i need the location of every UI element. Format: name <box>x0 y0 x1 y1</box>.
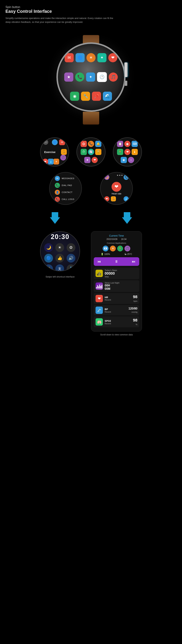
app-icon: 🏃 <box>117 149 123 155</box>
hr-surround-icon: 💧 <box>124 196 129 202</box>
sleep-bar <box>98 286 99 288</box>
media-prev-btn[interactable]: ⏮ <box>97 260 101 264</box>
app-icon: 🎵 <box>109 72 118 82</box>
media-next-btn[interactable]: ⏭ <box>132 260 136 264</box>
page-title: Easy Control Interface <box>5 9 177 14</box>
shortcut-grid: 🌙 ☀ ⚙ 🔵 👍 🔊 ⚡ 支 💧 <box>44 243 76 271</box>
status-row: 🔋 100% 🌤 25°C <box>94 253 139 256</box>
bp-sublabel: Recent <box>105 311 127 313</box>
spo2-row: 🫁 SPO2 Recent 98 % <box>94 316 139 328</box>
exercise-watch-container: Exercise ✉ 🌀 ••• 🎵 ☀ 💧 ❤ 🏃 <box>40 137 69 166</box>
watch-crown <box>124 62 128 77</box>
hr-value-container: 98 bpm <box>133 294 137 302</box>
shortcut-watch: — ▮▮▮▮▮ 100% 20:30 🌙 ☀ ⚙ 🔵 👍 🔊 ⚡ 支 💧 <box>40 231 80 271</box>
app-icon: 📞 <box>88 141 94 147</box>
common-apps-row: 📧 ☀ 🏃 🎵 <box>94 246 139 252</box>
small-watches-row: Exercise ✉ 🌀 ••• 🎵 ☀ 💧 ❤ 🏃 ⏻ 📞 🔔 ⏱ 🔄 � <box>0 134 182 168</box>
app-icon: ◉ <box>70 92 79 101</box>
header-section: Spin button Easy Control Interface Simpl… <box>0 0 182 28</box>
battery-percentage: 100% <box>54 231 60 232</box>
bp-data: BP Recent <box>105 308 127 313</box>
shortcut-night-btn[interactable]: 🌙 <box>44 243 53 252</box>
spo2-sublabel: Recent <box>105 322 131 325</box>
heartrate-watch-container: ❤ Heart rate 🌙 📞 ❤ 🏃 💧 <box>100 172 133 205</box>
media-playpause-btn[interactable]: ⏸ <box>115 260 118 264</box>
function-watches-row: ✉ MESSAGES 📞 DIAL PAD 👤 CONTACT 📞 CALL L… <box>0 168 182 207</box>
contact-item: 👤 CONTACT <box>55 190 80 195</box>
bp-icon: 💉 <box>95 306 103 314</box>
spo2-data: SPO2 Recent <box>105 319 131 325</box>
app-icon: ❤ <box>91 157 98 163</box>
media-player: ⏮ ⏸ ⏭ <box>94 257 139 266</box>
ct-app-fitness[interactable]: 🏃 <box>117 246 123 252</box>
svg-rect-0 <box>97 274 98 276</box>
common-apps-label: Common Applications <box>94 242 139 244</box>
sleep-bar <box>96 287 97 288</box>
steps-value: 00000 <box>105 271 137 276</box>
shortcut-brightness-btn[interactable]: ☀ <box>55 243 64 252</box>
battery-minus-icon: — <box>44 231 46 232</box>
svg-rect-1 <box>98 272 99 276</box>
sleep-row: Sleep Last Night 00H 00M <box>94 280 139 292</box>
app-icon: 📌 <box>92 92 101 101</box>
shortcut-like-btn[interactable]: 👍 <box>55 254 64 262</box>
dialpad-item: 📞 DIAL PAD <box>55 183 80 188</box>
steps-title: Today's Steps <box>105 269 137 271</box>
app-icon: ❤ <box>42 159 48 164</box>
arrow-right <box>122 212 132 224</box>
shortcut-bluetooth-btn[interactable]: 🔵 <box>44 254 53 262</box>
app-icon: 📞 <box>75 72 84 82</box>
shortcut-volume-btn[interactable]: 🔊 <box>67 254 75 262</box>
current-time-container: Current Time 2022/10/28 16:34 Common App… <box>91 231 142 336</box>
shortcut-power-btn[interactable]: ⚡ <box>44 264 53 271</box>
battery-value: 100% <box>104 253 110 256</box>
ct-app-weather[interactable]: ☀ <box>110 246 116 252</box>
shortcut-pay-btn[interactable]: 支 <box>55 264 64 271</box>
exercise-label: Exercise <box>44 150 56 154</box>
bp-label: BP <box>105 308 108 310</box>
calllogs-icon: 📞 <box>55 197 60 202</box>
app-icon: ✉ <box>65 53 74 62</box>
spo2-label: SPO2 <box>105 320 111 322</box>
ct-app-email[interactable]: 📧 <box>103 246 108 252</box>
hr-icon: ❤ <box>95 295 103 302</box>
hr-surround-icon: ❤ <box>104 196 109 202</box>
shortcut-container: — ▮▮▮▮▮ 100% 20:30 🌙 ☀ ⚙ 🔵 👍 🔊 ⚡ 支 💧 <box>40 231 80 278</box>
sleep-bar <box>97 285 98 288</box>
temp-status: 🌤 25°C <box>124 253 132 256</box>
app-icon: 📋 <box>117 141 123 147</box>
hr-row: ❤ HR Recent 98 bpm <box>94 293 139 304</box>
app-icon: ✉ <box>59 139 65 145</box>
sleep-data: Sleep Last Night 00H 00M <box>105 282 137 290</box>
heartrate-center: ❤ Heart rate <box>111 182 121 195</box>
svg-rect-3 <box>100 273 101 276</box>
app-icon: ★ <box>64 72 73 82</box>
app-icon: 🔒 <box>95 149 101 155</box>
arrows-section <box>0 207 182 228</box>
ct-app-music[interactable]: 🎵 <box>124 246 130 252</box>
dialpad-label: DIAL PAD <box>62 184 72 186</box>
shortcut-water-btn[interactable]: 💧 <box>67 264 75 271</box>
battery-row: — ▮▮▮▮▮ 100% <box>44 231 76 232</box>
current-time-title: Current Time <box>94 234 139 237</box>
arrow-head-left <box>50 217 60 224</box>
temp-icon: 🌤 <box>124 253 126 256</box>
heartrate-watch: ❤ Heart rate 🌙 📞 ❤ 🏃 💧 <box>100 172 133 205</box>
datetime-row: 2022/10/28 16:34 <box>94 238 139 240</box>
app-icon: 🏃 <box>61 149 67 155</box>
hr-value: 98 <box>133 294 137 299</box>
app-icon-clock: 🕐 <box>97 72 107 82</box>
messages-icon: ✉ <box>55 176 60 181</box>
spo2-icon: 🫁 <box>95 318 103 326</box>
messages-watch-container: ✉ MESSAGES 📞 DIAL PAD 👤 CONTACT 📞 CALL L… <box>49 172 82 205</box>
steps-chart-icon <box>97 271 102 276</box>
spo2-value: 98 <box>133 318 137 322</box>
header-description: Simplify cumbersome operations and make … <box>5 16 115 24</box>
dialpad-icon: 📞 <box>55 183 60 188</box>
scroll-note: Scroll down to view common data <box>100 334 133 336</box>
arrow-shaft-left <box>52 212 58 217</box>
sleep-title: Sleep Last Night <box>105 282 137 284</box>
hr-label: HR <box>105 296 108 299</box>
shortcut-settings-btn[interactable]: ⚙ <box>67 243 75 252</box>
health-watch: 📋 ⏰ ⌨ 🏃 ❤ 🌡 ◉ ○ <box>113 137 142 166</box>
